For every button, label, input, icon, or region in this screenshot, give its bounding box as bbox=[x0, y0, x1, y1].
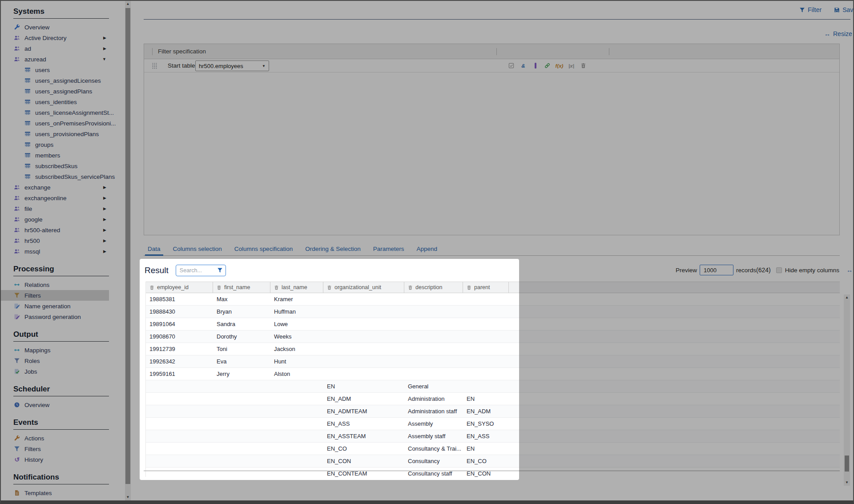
table-row[interactable]: EN_CONTEAMConsultancy staffEN_CON bbox=[146, 468, 840, 477]
sidebar-item-roles[interactable]: Roles bbox=[1, 355, 109, 366]
table-row[interactable]: 19888430BryanHuffman bbox=[146, 306, 840, 318]
chevron-right-icon[interactable]: ▶ bbox=[103, 238, 106, 243]
sidebar-item-subscribedskus-serviceplans[interactable]: subscribedSkus_servicePlans bbox=[1, 171, 109, 182]
sidebar-scrollbar-thumb[interactable] bbox=[125, 8, 130, 484]
sidebar-item-jobs[interactable]: Jobs bbox=[1, 366, 109, 377]
search-filter-icon[interactable] bbox=[217, 267, 223, 273]
checkbox-icon[interactable] bbox=[508, 62, 515, 69]
chevron-right-icon[interactable]: ▶ bbox=[103, 206, 106, 211]
table-row[interactable]: 19959161JerryAlston bbox=[146, 368, 840, 380]
scroll-up-icon[interactable]: ▲ bbox=[125, 1, 131, 7]
table-scrollbar-thumb[interactable] bbox=[845, 456, 849, 472]
sidebar-item-hr500-altered[interactable]: hr500-altered▶ bbox=[1, 225, 109, 235]
sidebar-item-google[interactable]: google▶ bbox=[1, 214, 109, 225]
trash-icon[interactable] bbox=[217, 285, 222, 290]
function-icon[interactable]: f(x) bbox=[556, 62, 563, 69]
sidebar-item-users-onpremisesprovisioni[interactable]: users_onPremisesProvisioni... bbox=[1, 118, 109, 129]
sidebar-item-exchange[interactable]: exchange▶ bbox=[1, 182, 109, 193]
preview-count-input[interactable] bbox=[700, 265, 733, 275]
column-header-parent[interactable]: parent bbox=[463, 282, 509, 293]
tab-parameters[interactable]: Parameters bbox=[372, 244, 406, 255]
save-button[interactable]: Save bbox=[834, 6, 854, 13]
sidebar-scrollbar[interactable]: ▲ ▼ bbox=[125, 1, 131, 500]
trash-icon[interactable] bbox=[149, 285, 154, 290]
chevron-right-icon[interactable]: ▶ bbox=[103, 185, 106, 190]
chevron-down-icon[interactable]: ▼ bbox=[102, 57, 106, 61]
chevron-right-icon[interactable]: ▶ bbox=[103, 217, 106, 222]
drag-handle-icon[interactable] bbox=[152, 62, 157, 69]
sidebar-item-filters[interactable]: Filters bbox=[1, 444, 109, 454]
sidebar-item-overview[interactable]: Overview bbox=[1, 22, 109, 32]
scroll-down-icon[interactable]: ▼ bbox=[125, 494, 131, 500]
sidebar-item-active-directory[interactable]: Active Directory▶ bbox=[1, 32, 109, 43]
sidebar-item-groups[interactable]: groups bbox=[1, 139, 109, 150]
chevron-right-icon[interactable]: ▶ bbox=[103, 228, 106, 232]
table-row[interactable]: EN_CONConsultancyEN_CO bbox=[146, 455, 840, 468]
table-row[interactable]: ENGeneral bbox=[146, 380, 840, 393]
table-row[interactable]: EN_COConsultancy & Trai...EN bbox=[146, 443, 840, 455]
resize-button[interactable]: ↔ Resize bbox=[824, 30, 852, 37]
table-row[interactable]: 19891064SandraLowe bbox=[146, 318, 840, 331]
trash-icon[interactable] bbox=[408, 285, 413, 290]
resize-table-button[interactable]: ↔ Resize bbox=[846, 266, 854, 274]
column-header-first-name[interactable]: first_name bbox=[213, 282, 270, 293]
table-row[interactable]: 19926342EvaHunt bbox=[146, 355, 840, 368]
trash-icon[interactable] bbox=[467, 285, 471, 290]
sidebar-item-name-generation[interactable]: Name generation bbox=[1, 301, 109, 311]
trash-icon[interactable] bbox=[327, 285, 332, 290]
link-icon[interactable] bbox=[544, 62, 551, 69]
sidebar-item-users-assignedlicenses[interactable]: users_assignedLicenses bbox=[1, 75, 109, 86]
sidebar-item-users-provisionedplans[interactable]: users_provisionedPlans bbox=[1, 129, 109, 139]
tab-columns-specification[interactable]: Columns specification bbox=[233, 244, 294, 255]
table-row[interactable]: EN_ASSAssemblyEN_SYSO bbox=[146, 418, 840, 430]
table-row[interactable]: 19908670DorothyWeeks bbox=[146, 331, 840, 343]
sidebar-item-templates[interactable]: Templates bbox=[1, 488, 109, 498]
chevron-right-icon[interactable]: ▶ bbox=[103, 249, 106, 254]
or-operator-icon[interactable] bbox=[532, 62, 539, 69]
filter-button[interactable]: Filter bbox=[799, 6, 822, 13]
sidebar-item-actions[interactable]: Actions bbox=[1, 433, 109, 444]
tab-data[interactable]: Data bbox=[146, 244, 162, 255]
sidebar-item-mssql[interactable]: mssql▶ bbox=[1, 246, 109, 257]
chevron-right-icon[interactable]: ▶ bbox=[103, 196, 106, 200]
tab-append[interactable]: Append bbox=[415, 244, 439, 255]
and-operator-icon[interactable]: & bbox=[520, 62, 527, 69]
start-table-select[interactable]: hr500.employees ▼ bbox=[195, 60, 269, 71]
sidebar-item-azuread[interactable]: azuread▼ bbox=[1, 54, 109, 65]
sidebar-item-password-generation[interactable]: Password generation bbox=[1, 311, 109, 322]
sidebar-item-users-identities[interactable]: users_identities bbox=[1, 97, 109, 107]
sidebar-item-overview[interactable]: Overview bbox=[1, 399, 109, 410]
tab-columns-selection[interactable]: Columns selection bbox=[172, 244, 223, 255]
table-scrollbar[interactable]: ▲ ▼ bbox=[844, 294, 850, 486]
table-row[interactable]: EN_ADMTEAMAdministration staffEN_ADM bbox=[146, 405, 840, 418]
trash-icon[interactable] bbox=[580, 62, 587, 69]
sidebar-item-members[interactable]: members bbox=[1, 150, 109, 161]
sidebar-item-exchangeonline[interactable]: exchangeonline▶ bbox=[1, 193, 109, 203]
sidebar-item-users-assignedplans[interactable]: users_assignedPlans bbox=[1, 86, 109, 97]
sidebar-item-file[interactable]: file▶ bbox=[1, 203, 109, 214]
scroll-up-icon[interactable]: ▲ bbox=[844, 294, 850, 301]
column-header-organizational-unit[interactable]: organizational_unit bbox=[323, 282, 404, 293]
sidebar-item-subscribedskus[interactable]: subscribedSkus bbox=[1, 161, 109, 171]
table-row[interactable]: EN_ASSTEAMAssembly staffEN_ASS bbox=[146, 430, 840, 443]
sidebar-item-relations[interactable]: Relations bbox=[1, 279, 109, 290]
table-row[interactable]: 19885381MaxKramer bbox=[146, 293, 840, 306]
hide-empty-columns-checkbox[interactable] bbox=[776, 267, 782, 273]
sidebar-item-filters[interactable]: Filters bbox=[1, 290, 109, 301]
chevron-right-icon[interactable]: ▶ bbox=[103, 36, 106, 40]
scroll-down-icon[interactable]: ▼ bbox=[844, 480, 850, 486]
sidebar-item-mappings[interactable]: Mappings bbox=[1, 345, 109, 355]
tab-ordering-selection[interactable]: Ordering & Selection bbox=[304, 244, 362, 255]
trash-icon[interactable] bbox=[274, 285, 279, 290]
column-header-description[interactable]: description bbox=[404, 282, 463, 293]
table-row[interactable]: EN_ADMAdministrationEN bbox=[146, 393, 840, 405]
sidebar-item-users[interactable]: users bbox=[1, 65, 109, 75]
chevron-right-icon[interactable]: ▶ bbox=[103, 46, 106, 51]
table-row[interactable]: 19912739ToniJackson bbox=[146, 343, 840, 355]
sidebar-item-history[interactable]: ↺History bbox=[1, 454, 109, 465]
absolute-value-icon[interactable]: |x| bbox=[568, 62, 575, 69]
sidebar-item-users-licenseassignmentst[interactable]: users_licenseAssignmentSt... bbox=[1, 107, 109, 118]
sidebar-item-hr500[interactable]: hr500▶ bbox=[1, 235, 109, 246]
column-header-employee-id[interactable]: employee_id bbox=[146, 282, 213, 293]
sidebar-item-ad[interactable]: ad▶ bbox=[1, 43, 109, 54]
